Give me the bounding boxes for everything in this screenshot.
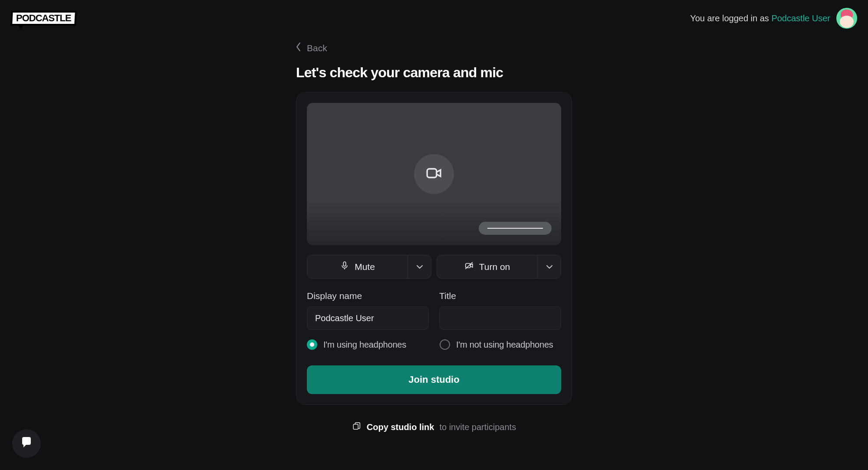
radio-dot-icon <box>307 339 317 350</box>
microphone-icon <box>340 261 349 273</box>
headphones-no-radio[interactable]: I'm not using headphones <box>440 339 561 350</box>
app-logo-text: PODCASTLE <box>16 13 71 23</box>
title-input[interactable] <box>439 306 561 330</box>
login-status-text: You are logged in as Podcastle User <box>690 13 830 23</box>
chevron-left-icon <box>296 43 301 53</box>
back-label: Back <box>307 43 327 53</box>
camera-split-button: Turn on <box>437 255 561 279</box>
svg-rect-4 <box>353 424 358 429</box>
camera-icon <box>425 164 443 184</box>
copy-link-label: Copy studio link <box>367 422 434 432</box>
avatar[interactable] <box>836 8 857 29</box>
mute-split-button: Mute <box>307 255 431 279</box>
login-username: Podcastle User <box>771 13 830 23</box>
radio-dot-icon <box>440 339 450 350</box>
svg-rect-2 <box>465 263 470 268</box>
back-button[interactable]: Back <box>296 43 572 53</box>
login-status: You are logged in as Podcastle User <box>690 8 857 29</box>
app-logo[interactable]: PODCASTLE <box>10 11 76 26</box>
copy-icon <box>352 421 362 433</box>
join-studio-label: Join studio <box>408 374 459 385</box>
svg-rect-1 <box>343 262 346 266</box>
chevron-down-icon <box>416 263 423 271</box>
login-prefix: You are logged in as <box>690 13 771 23</box>
svg-rect-0 <box>427 169 437 177</box>
camera-device-dropdown[interactable] <box>537 255 561 278</box>
headphones-yes-radio[interactable]: I'm using headphones <box>307 339 428 350</box>
camera-off-icon <box>464 261 474 273</box>
turn-on-camera-button[interactable]: Turn on <box>437 255 537 278</box>
mic-device-dropdown[interactable] <box>408 255 431 278</box>
title-label: Title <box>439 291 561 301</box>
display-name-label: Display name <box>307 291 429 301</box>
mute-button[interactable]: Mute <box>307 255 408 278</box>
join-studio-button[interactable]: Join studio <box>307 365 561 394</box>
camera-preview <box>307 103 561 245</box>
chat-icon <box>20 436 33 451</box>
mute-label: Mute <box>355 262 375 272</box>
camera-off-placeholder <box>414 154 454 194</box>
device-check-card: Mute Turn on <box>296 92 572 405</box>
page-title: Let's check your camera and mic <box>296 65 572 81</box>
copy-link-row[interactable]: Copy studio link to invite participants <box>296 421 572 433</box>
copy-link-hint: to invite participants <box>439 422 516 432</box>
headphones-no-label: I'm not using headphones <box>456 340 553 350</box>
chevron-down-icon <box>546 263 553 271</box>
support-chat-button[interactable] <box>12 429 41 458</box>
headphones-yes-label: I'm using headphones <box>323 340 406 350</box>
mic-level-meter <box>479 222 552 235</box>
turn-on-label: Turn on <box>479 262 510 272</box>
display-name-input[interactable] <box>307 306 429 330</box>
